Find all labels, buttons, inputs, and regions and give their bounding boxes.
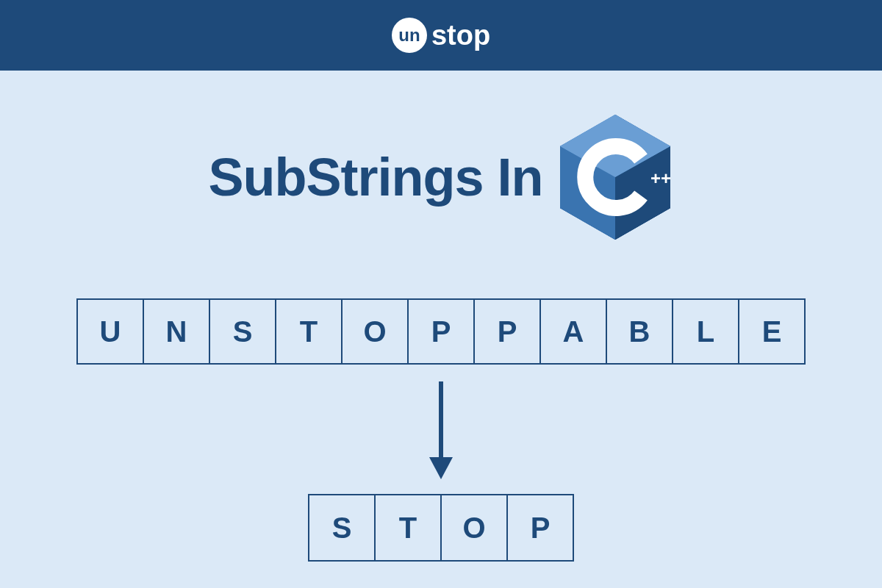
letter-cell: S xyxy=(308,494,376,562)
letter-cell: O xyxy=(341,298,409,365)
letter-cell: O xyxy=(440,494,508,562)
brand-logo-un-text: un xyxy=(398,25,420,46)
letter-cell: T xyxy=(275,298,343,365)
letter-cell: N xyxy=(143,298,210,365)
title-row: SubStrings In xyxy=(209,111,674,243)
content-area: SubStrings In xyxy=(0,71,882,588)
letter-cell: P xyxy=(506,494,574,562)
sub-word-row: S T O P xyxy=(308,494,574,562)
letter-cell: A xyxy=(539,298,607,365)
letter-cell: T xyxy=(374,494,442,562)
svg-text:++: ++ xyxy=(650,168,671,188)
letter-cell: E xyxy=(738,298,806,365)
header-bar: un stop xyxy=(0,0,882,71)
svg-marker-23 xyxy=(429,457,453,479)
letter-cell: S xyxy=(209,298,276,365)
letter-cell: P xyxy=(407,298,475,365)
letter-cell: B xyxy=(606,298,673,365)
brand-logo-stop-text: stop xyxy=(431,20,490,51)
cpp-logo-icon: ++ xyxy=(556,111,674,243)
arrow-down-icon xyxy=(426,378,456,481)
letter-cell: P xyxy=(473,298,541,365)
brand-logo-circle: un xyxy=(392,18,427,53)
page-title: SubStrings In xyxy=(209,147,543,207)
letter-cell: U xyxy=(76,298,144,365)
main-word-row: U N S T O P P A B L E xyxy=(76,298,806,365)
letter-cell: L xyxy=(672,298,739,365)
